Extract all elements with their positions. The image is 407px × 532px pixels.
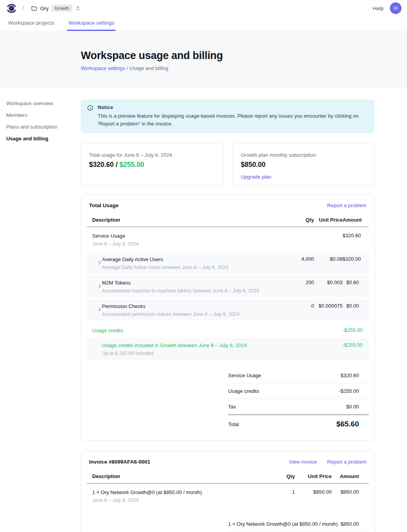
usage-row-unit-price: $0.000075 [314, 303, 343, 309]
service-usage-period: June 6 – July 6, 2024 [92, 241, 285, 247]
expand-chevron-right-icon[interactable] [97, 260, 102, 265]
workspace-switcher[interactable]: Ory Growth [30, 3, 81, 13]
usage-used-amount: $320.60 [89, 161, 114, 168]
total-usage-amount: $320.60 / $255.00 [89, 161, 215, 169]
topbar-left: / Ory Growth [6, 3, 81, 14]
upgrade-plan-link[interactable]: Upgrade plan [241, 174, 271, 180]
summary-cards: Total usage for June 6 – July 6, 2024 $3… [81, 143, 375, 185]
breadcrumb-settings-link[interactable]: Workspace settings [81, 65, 125, 71]
usage-panel-title: Total Usage [89, 202, 119, 208]
usage-row-title: Permission Checks [102, 303, 239, 310]
notice-banner: Notice This is a preview feature for dis… [81, 99, 375, 133]
notice-title: Notice [98, 104, 367, 110]
col-amount: Amount [332, 473, 369, 479]
usage-summary: Service Usage $320.60 Usage credits -$25… [228, 368, 369, 431]
folder-icon [31, 5, 37, 12]
avatar[interactable]: H [390, 2, 402, 14]
plan-subscription-card: Growth plan monthly subscription $850.00… [233, 143, 375, 185]
plan-badge: Growth [52, 5, 72, 12]
usage-row-subtitle: Accumulated machine-to-machine tokens be… [102, 288, 259, 294]
summary-label: Tax [228, 404, 236, 410]
plan-amount: $850.00 [241, 161, 367, 169]
breadcrumb-separator: / [22, 5, 24, 11]
usage-credits-row: Usage credits -$255.00 [87, 322, 369, 338]
usage-row-unit-price: $0.003 [314, 279, 343, 285]
invoice-title: Invoice #8099AFA6-0001 [89, 459, 150, 465]
invoice-line-item-row: 1 × Ory Network Growth@0 (at $850.00 / m… [87, 484, 369, 509]
usage-row-amount: $0.60 [343, 279, 369, 285]
usage-table-header: Description Qty Unit Price Amount [87, 217, 369, 227]
total-usage-card: Total usage for June 6 – July 6, 2024 $3… [81, 143, 223, 185]
total-usage-panel: Total Usage Report a problem Description… [81, 194, 375, 441]
usage-row-permission-checks: Permission Checks Accumulated permission… [87, 299, 369, 321]
breadcrumb: Workspace settings / Usage and billing [81, 65, 407, 71]
service-usage-title: Service Usage [92, 233, 285, 239]
credits-detail-title: Usage credits included in Growth between… [102, 342, 285, 349]
invoice-panel-header: Invoice #8099AFA6-0001 View invoice Repo… [87, 459, 369, 465]
summary-row-tax: Tax $0.00 [228, 399, 369, 414]
settings-sidebar: Workspace overview Members Plans and sub… [6, 99, 81, 532]
workspace-name: Ory [40, 5, 49, 11]
invoice-panel: Invoice #8099AFA6-0001 View invoice Repo… [81, 451, 375, 532]
ory-logo-icon[interactable] [6, 3, 17, 14]
page-hero: Workspace usage and billing Workspace se… [0, 31, 407, 88]
usage-included-amount: $255.00 [120, 161, 144, 168]
credits-detail-amount: -$255.00 [343, 342, 369, 348]
page-title: Workspace usage and billing [81, 50, 407, 62]
usage-row-amount: $0.00 [343, 303, 369, 309]
breadcrumb-current: / Usage and billing [125, 65, 168, 71]
sidebar-item-usage-and-billing[interactable]: Usage and billing [6, 135, 81, 142]
usage-row-unit-price: $0.08 [314, 256, 343, 262]
invoice-summary: 1 × Ory Network Growth@0 (at $850.00 / m… [228, 516, 369, 532]
usage-credits-detail-row: Usage credits included in Growth between… [87, 338, 369, 360]
usage-report-problem-link[interactable]: Report a problem [327, 202, 366, 208]
col-description: Description [87, 473, 266, 479]
tab-workspace-settings[interactable]: Workspace settings [67, 16, 116, 31]
col-description: Description [87, 217, 285, 223]
usage-row-title: M2M Tokens [102, 279, 259, 286]
summary-label: 1 × Ory Network Growth@0 (at $850.00 / m… [228, 521, 338, 527]
invoice-table-header: Description Qty Unit Price Amount [87, 473, 369, 484]
workspace-tabs: Workspace projects Workspace settings [0, 16, 407, 31]
summary-label: Usage credits [228, 388, 259, 394]
service-usage-amount: $320.60 [343, 233, 369, 238]
summary-label: Service Usage [228, 373, 261, 378]
total-value: $65.60 [336, 420, 359, 428]
info-icon [87, 105, 93, 127]
usage-row-amount: $320.00 [343, 256, 369, 262]
summary-row-plan: 1 × Ory Network Growth@0 (at $850.00 / m… [228, 516, 369, 532]
total-label: Total [228, 421, 239, 427]
invoice-report-problem-link[interactable]: Report a problem [327, 459, 366, 465]
topbar-right: Help H [373, 2, 402, 14]
sidebar-item-plans-and-subscription[interactable]: Plans and subscription [6, 124, 81, 130]
topbar: / Ory Growth Help H [0, 0, 407, 16]
invoice-item-amount: $850.00 [332, 489, 369, 495]
expand-chevron-right-icon[interactable] [97, 284, 102, 288]
help-link[interactable]: Help [373, 5, 384, 11]
notice-body: This is a preview feature for displaying… [98, 112, 367, 127]
credits-detail-subtitle: Up to $ 255.00 included [102, 350, 285, 356]
notice-content: Notice This is a preview feature for dis… [98, 104, 367, 127]
usage-row-title: Average Daily Active Users [102, 256, 228, 263]
usage-amount-separator: / [114, 161, 120, 168]
invoice-item-qty: 1 [266, 489, 295, 495]
usage-row-subtitle: Accumulated permission checks between Ju… [102, 311, 239, 317]
summary-value: $320.60 [341, 373, 359, 378]
main-content: Notice This is a preview feature for dis… [81, 99, 375, 532]
summary-value: $0.00 [346, 404, 359, 410]
plan-label: Growth plan monthly subscription [241, 152, 367, 158]
usage-total-row: Total $65.60 [228, 414, 369, 431]
summary-row-service-usage: Service Usage $320.60 [228, 368, 369, 383]
sidebar-item-workspace-overview[interactable]: Workspace overview [6, 100, 81, 107]
expand-chevron-right-icon[interactable] [97, 307, 102, 312]
col-unit-price: Unit Price [314, 217, 343, 223]
col-unit-price: Unit Price [295, 473, 332, 479]
tab-workspace-projects[interactable]: Workspace projects [7, 16, 55, 31]
col-qty: Qty [266, 473, 295, 479]
sidebar-item-members[interactable]: Members [6, 112, 81, 118]
invoice-item-unit-price: $850.00 [295, 489, 332, 495]
total-usage-label: Total usage for June 6 – July 6, 2024 [89, 152, 215, 158]
view-invoice-link[interactable]: View invoice [289, 459, 317, 465]
invoice-item-title: 1 × Ory Network Growth@0 (at $850.00 / m… [92, 489, 266, 496]
usage-panel-header: Total Usage Report a problem [87, 202, 369, 208]
